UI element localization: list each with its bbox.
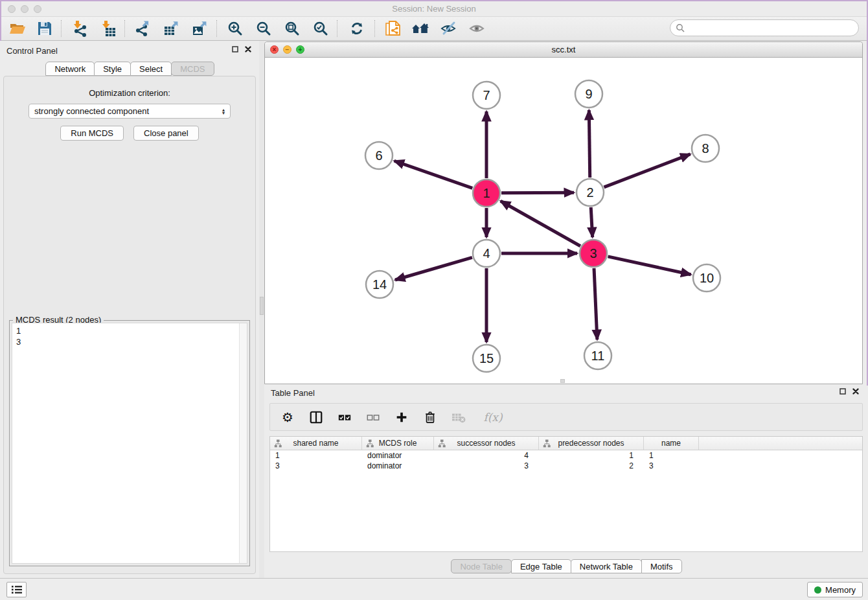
canvas-resize-handle[interactable] bbox=[560, 379, 565, 383]
zoom-fit-icon bbox=[284, 21, 300, 36]
result-scrollbar[interactable] bbox=[239, 323, 247, 563]
run-mcds-button[interactable]: Run MCDS bbox=[60, 126, 124, 141]
tab-network[interactable]: Network bbox=[45, 62, 95, 76]
show-all-button[interactable] bbox=[466, 18, 488, 39]
column-header-name[interactable]: name bbox=[644, 437, 699, 450]
table-cell[interactable]: 1 bbox=[644, 450, 699, 461]
table-cell[interactable]: 3 bbox=[434, 461, 539, 471]
column-header-successor-nodes[interactable]: successor nodes bbox=[434, 437, 539, 450]
select-all-button[interactable] bbox=[336, 409, 353, 426]
table-row[interactable]: 3dominator323 bbox=[270, 461, 862, 471]
graph-node-label: 4 bbox=[483, 246, 490, 260]
graph-node-10[interactable]: 10 bbox=[693, 264, 720, 292]
graph-node-14[interactable]: 14 bbox=[366, 271, 393, 298]
graph-edge-3-1[interactable] bbox=[501, 201, 580, 246]
table-cell[interactable]: 1 bbox=[539, 450, 644, 461]
graph-node-9[interactable]: 9 bbox=[575, 80, 602, 108]
column-label: successor nodes bbox=[457, 439, 515, 448]
table-cell[interactable]: dominator bbox=[362, 461, 434, 471]
network-canvas[interactable]: 1234678910111415 bbox=[265, 58, 862, 384]
graph-edge-4-14[interactable] bbox=[395, 257, 472, 280]
export-image-button[interactable] bbox=[189, 18, 211, 39]
float-panel-icon[interactable] bbox=[232, 46, 238, 52]
graph-edge-3-11[interactable] bbox=[594, 268, 597, 340]
table-tabs: Node Table Edge Table Network Table Moti… bbox=[264, 559, 868, 573]
splitter-handle[interactable] bbox=[260, 297, 264, 315]
graph-node-3[interactable]: 3 bbox=[580, 240, 607, 267]
table-cell[interactable]: dominator bbox=[362, 450, 434, 461]
vertical-splitter[interactable] bbox=[259, 41, 264, 578]
zoom-fit-button[interactable] bbox=[281, 18, 303, 39]
graph-node-4[interactable]: 4 bbox=[473, 240, 500, 267]
new-network-from-selection-button[interactable] bbox=[382, 18, 404, 39]
zoom-in-button[interactable] bbox=[224, 18, 246, 39]
table-cell[interactable]: 3 bbox=[644, 461, 699, 471]
graph-edge-1-6[interactable] bbox=[394, 161, 473, 188]
task-history-button[interactable] bbox=[6, 582, 27, 597]
tab-motifs[interactable]: Motifs bbox=[641, 559, 682, 573]
tab-style[interactable]: Style bbox=[94, 62, 131, 76]
show-columns-button[interactable] bbox=[308, 409, 325, 426]
deselect-all-button[interactable] bbox=[365, 409, 382, 426]
graph-edge-2-9[interactable] bbox=[589, 110, 589, 178]
hierarchy-icon bbox=[274, 439, 282, 448]
hide-selected-button[interactable] bbox=[438, 18, 460, 39]
graph-node-6[interactable]: 6 bbox=[365, 142, 393, 169]
close-table-panel-icon[interactable] bbox=[852, 388, 859, 395]
column-header-filler bbox=[699, 437, 862, 450]
tab-edge-table[interactable]: Edge Table bbox=[511, 559, 571, 573]
export-table-button[interactable] bbox=[161, 18, 183, 39]
eye-icon bbox=[469, 21, 486, 36]
delete-entry-button[interactable] bbox=[422, 409, 439, 426]
first-neighbors-button[interactable] bbox=[409, 18, 431, 39]
tab-select[interactable]: Select bbox=[130, 62, 172, 76]
graph-edge-2-3[interactable] bbox=[591, 207, 592, 237]
tab-node-table[interactable]: Node Table bbox=[451, 559, 512, 573]
search-input[interactable] bbox=[688, 21, 858, 34]
add-entry-button[interactable] bbox=[393, 409, 410, 426]
table-toolbar: ⚙ bbox=[269, 403, 863, 431]
import-table-button[interactable] bbox=[97, 18, 119, 39]
table-cell[interactable]: 4 bbox=[434, 450, 539, 461]
save-icon bbox=[37, 21, 52, 36]
column-header-predecessor-nodes[interactable]: predecessor nodes bbox=[539, 437, 644, 450]
graph-node-8[interactable]: 8 bbox=[692, 135, 719, 162]
table-cell[interactable]: 3 bbox=[270, 461, 362, 471]
table-cell[interactable]: 2 bbox=[539, 461, 644, 471]
float-table-panel-icon[interactable] bbox=[839, 388, 846, 395]
tab-mcds[interactable]: MCDS bbox=[171, 62, 214, 76]
column-header-shared-name[interactable]: shared name bbox=[270, 437, 362, 450]
zoom-out-button[interactable] bbox=[253, 18, 275, 39]
graph-svg: 1234678910111415 bbox=[265, 58, 862, 384]
status-bar: Memory bbox=[0, 578, 868, 600]
graph-node-1[interactable]: 1 bbox=[473, 179, 500, 207]
graph-edge-3-10[interactable] bbox=[608, 257, 691, 275]
graph-edge-1-2[interactable] bbox=[501, 192, 574, 193]
mcds-result-groupbox: MCDS result (2 nodes) 1 3 bbox=[9, 320, 250, 566]
refresh-view-button[interactable] bbox=[346, 18, 368, 39]
close-panel-button[interactable]: Close panel bbox=[133, 126, 199, 141]
graph-node-11[interactable]: 11 bbox=[584, 342, 611, 369]
main-toolbar bbox=[1, 17, 867, 41]
graph-node-2[interactable]: 2 bbox=[577, 179, 604, 206]
table-cell[interactable]: 1 bbox=[270, 450, 362, 461]
graph-node-15[interactable]: 15 bbox=[473, 345, 500, 372]
tab-network-table[interactable]: Network Table bbox=[571, 559, 642, 573]
graph-node-label: 9 bbox=[585, 87, 592, 101]
zoom-selected-button[interactable] bbox=[310, 18, 332, 39]
criterion-select[interactable]: strongly connected component ▴▾ bbox=[29, 104, 231, 119]
graph-edge-2-8[interactable] bbox=[604, 154, 690, 187]
open-file-button[interactable] bbox=[6, 18, 29, 39]
import-network-button[interactable] bbox=[69, 18, 91, 39]
save-session-button[interactable] bbox=[34, 18, 56, 39]
column-header-mcds-role[interactable]: MCDS role bbox=[362, 437, 434, 450]
zoom-in-icon bbox=[227, 21, 243, 36]
columns-icon bbox=[309, 410, 323, 424]
table-settings-button[interactable]: ⚙ bbox=[279, 409, 296, 426]
graph-node-7[interactable]: 7 bbox=[473, 82, 500, 109]
close-panel-icon[interactable] bbox=[245, 46, 251, 52]
table-row[interactable]: 1dominator411 bbox=[270, 450, 862, 461]
export-network-button[interactable] bbox=[132, 18, 154, 39]
mcds-result-textarea[interactable]: 1 3 bbox=[12, 323, 247, 564]
memory-button[interactable]: Memory bbox=[807, 582, 863, 597]
